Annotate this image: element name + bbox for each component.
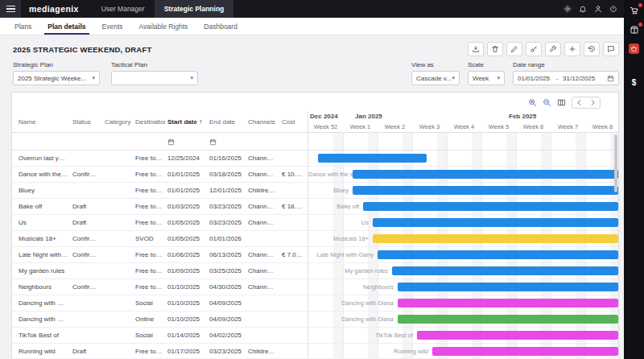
table-row[interactable]: Dancing with DianaSocial01/10/202504/09/… [12, 295, 308, 312]
zoom-out-button[interactable] [543, 98, 551, 107]
gantt-bar[interactable] [432, 347, 618, 356]
table-row[interactable]: Dancing with DianaOnline01/10/202504/09/… [12, 312, 308, 328]
date-filter-button[interactable] [167, 138, 175, 146]
nav-item-user-manager[interactable]: User Manager [92, 0, 155, 18]
gantt-bar[interactable] [398, 315, 618, 324]
bell-button[interactable] [579, 5, 587, 13]
nav-item-strategic-planning[interactable]: Strategic Planning [155, 0, 234, 18]
table-row[interactable]: Musicals 18+ConfirmedSVOD01/05/202501/01… [12, 231, 308, 247]
scroll-left-button[interactable] [572, 97, 586, 108]
tab-dashboard[interactable]: Dashboard [196, 18, 246, 35]
scroll-right-button[interactable] [586, 97, 600, 108]
table-row[interactable]: Bake offDraftFree to air01/03/202503/23/… [12, 199, 308, 215]
table-row[interactable]: Overrun last yearFree to air12/25/202401… [12, 151, 308, 167]
gantt-bar[interactable] [417, 331, 618, 340]
fit-columns-button[interactable] [557, 98, 566, 107]
tab-available-rights[interactable]: Available Rights [131, 18, 196, 35]
calendar-icon-slot[interactable] [607, 75, 614, 82]
gantt-bar[interactable] [398, 283, 618, 291]
cell-end: 04/30/2025 [207, 283, 246, 291]
table-row[interactable]: Dance with the starsConfirmedFree to air… [12, 167, 308, 183]
user-button[interactable] [594, 5, 602, 13]
cart-button[interactable] [629, 5, 640, 16]
date-from[interactable]: 01/01/2025 [518, 75, 550, 82]
date-range-label: Date range [513, 61, 619, 68]
column-header-status[interactable]: Status [70, 118, 102, 126]
column-header-cost[interactable]: Cost [279, 118, 308, 126]
tools-button[interactable] [545, 42, 561, 56]
table-row[interactable]: UsDraftFree to air01/05/202503/23/2025Ch… [12, 215, 308, 231]
column-header-name[interactable]: Name [12, 118, 70, 126]
tactical-plan-select[interactable]: ▾ [111, 71, 198, 85]
add-button[interactable] [564, 42, 580, 56]
week-label: Week 1 [343, 123, 378, 130]
table-row[interactable]: My garden rulesFree to air01/09/202503/2… [12, 263, 308, 279]
gantt-row: Late Night with Garry [308, 247, 618, 263]
menu-button[interactable] [0, 0, 21, 18]
dollar-icon: $ [632, 78, 637, 87]
logo[interactable]: mediagenix [29, 4, 79, 14]
table-rows: Overrun last yearFree to air12/25/202401… [12, 151, 308, 358]
column-header-end-date[interactable]: End date [207, 118, 246, 126]
view-as-label: View as [411, 61, 460, 68]
tab-plans[interactable]: Plans [6, 18, 39, 35]
box-button[interactable] [629, 24, 640, 35]
zoom-in-button[interactable] [528, 98, 537, 107]
gantt-bar[interactable] [353, 186, 618, 195]
cell-status: Confirmed [70, 171, 102, 178]
date-range-input[interactable]: 01/01/2025 → 31/12/2025 [513, 71, 619, 85]
table-row[interactable]: BlueyFree to air01/01/202512/01/2025Chil… [12, 183, 308, 199]
gear-button[interactable] [564, 5, 572, 13]
access-button[interactable] [526, 42, 542, 56]
gantt-bar[interactable] [363, 202, 618, 211]
table-row[interactable]: TikTok Best ofSocial01/14/202504/02/2025 [12, 328, 308, 344]
cell-name: Dance with the stars [12, 171, 70, 178]
gantt-bar-label: Musicals 18+ [308, 231, 369, 246]
view-as-select[interactable]: Cascade v... ▾ [411, 71, 460, 85]
delete-button[interactable] [487, 42, 503, 56]
tab-plan-details[interactable]: Plan details [39, 18, 93, 35]
table-row[interactable]: NeighboursConfirmedFree to air01/10/2025… [12, 279, 308, 295]
column-header-destination[interactable]: Destination [133, 118, 165, 126]
column-header-start-date[interactable]: Start date ↑ [165, 118, 207, 126]
gantt-bar[interactable] [373, 218, 618, 227]
pencil-icon [510, 45, 518, 53]
gantt-bar[interactable] [373, 234, 618, 243]
strategic-plan-select[interactable]: 2025 Strategic Weeke... ▾ [13, 71, 100, 85]
cell-end: 04/02/2025 [207, 332, 246, 339]
edit-button[interactable] [506, 42, 522, 56]
gantt-bar[interactable] [318, 154, 427, 163]
dollar-button[interactable]: $ [629, 76, 640, 88]
gantt-bar[interactable] [398, 299, 618, 307]
table-row[interactable]: Running wildDraftFree to air01/17/202503… [12, 344, 308, 358]
export-button[interactable] [468, 42, 484, 56]
week-label: Week 52 [308, 123, 343, 130]
table-filter-row [12, 133, 308, 151]
column-header-category[interactable]: Category [102, 118, 133, 126]
cell-end: 04/09/2025 [207, 299, 246, 307]
gantt-bar[interactable] [353, 170, 618, 179]
strategic-plan-value: 2025 Strategic Weeke... [18, 75, 86, 82]
date-filter-button[interactable] [209, 138, 217, 146]
gantt-row: Musicals 18+ [308, 231, 618, 247]
scale-select[interactable]: Week ▾ [468, 71, 505, 85]
cell-channels: Channel 1 [246, 219, 279, 226]
gantt-bar[interactable] [378, 250, 618, 259]
gantt-row: Neighbours [308, 279, 618, 295]
cell-name: Late Night with Garry [12, 251, 70, 258]
table-row[interactable]: Late Night with GarryConfirmedFree to ai… [12, 247, 308, 263]
power-button[interactable] [609, 5, 617, 13]
date-to[interactable]: 31/12/2025 [563, 75, 595, 82]
tab-events[interactable]: Events [94, 18, 131, 35]
columns-icon [557, 98, 566, 107]
cell-status: Draft [70, 219, 102, 226]
basket-button[interactable] [629, 43, 639, 54]
user-icon [594, 5, 602, 13]
chevron-down-icon: ▾ [92, 75, 95, 81]
history-button[interactable] [584, 42, 600, 56]
gantt-bar[interactable] [392, 266, 618, 275]
column-header-channels[interactable]: Channels [246, 118, 279, 126]
comments-button[interactable] [603, 42, 619, 56]
view-as-value: Cascade v... [416, 75, 452, 82]
vertical-scrollbar[interactable] [614, 134, 617, 192]
